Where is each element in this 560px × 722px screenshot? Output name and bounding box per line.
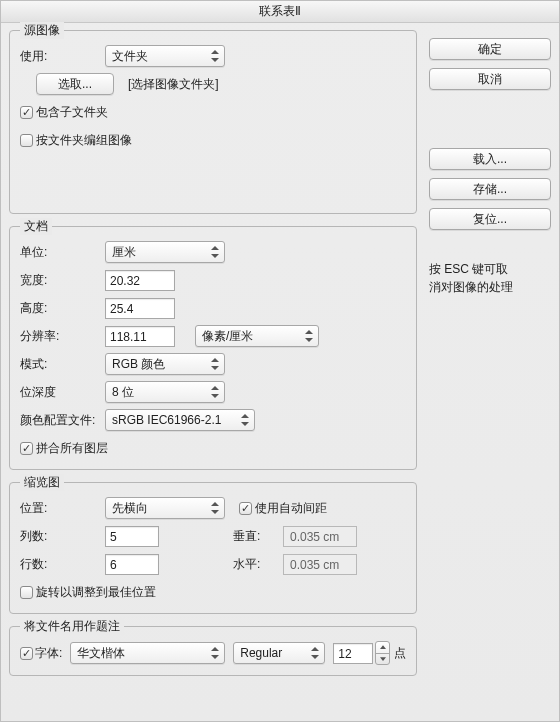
chevron-up-down-icon [210, 358, 220, 370]
legend-caption: 将文件名用作题注 [20, 618, 124, 635]
select-mode[interactable]: RGB 颜色 [105, 353, 225, 375]
stepper-down[interactable] [376, 653, 389, 665]
checkbox-icon [20, 442, 33, 455]
legend-document: 文档 [20, 218, 52, 235]
reset-button[interactable]: 复位... [429, 208, 551, 230]
checkbox-group-by-folder[interactable]: 按文件夹编组图像 [20, 132, 132, 149]
chevron-up-down-icon [210, 502, 220, 514]
ok-button[interactable]: 确定 [429, 38, 551, 60]
chevron-up-down-icon [310, 647, 320, 659]
input-font-size[interactable]: 12 [333, 643, 373, 664]
input-height[interactable]: 25.4 [105, 298, 175, 319]
label-horizontal: 水平: [233, 556, 283, 573]
checkbox-icon [20, 134, 33, 147]
chevron-up-down-icon [304, 330, 314, 342]
chevron-up-down-icon [210, 246, 220, 258]
checkbox-include-subfolders[interactable]: 包含子文件夹 [20, 104, 108, 121]
legend-source: 源图像 [20, 22, 64, 39]
chevron-up-down-icon [240, 414, 250, 426]
checkbox-icon [20, 647, 33, 660]
select-placement[interactable]: 先横向 [105, 497, 225, 519]
select-profile[interactable]: sRGB IEC61966-2.1 [105, 409, 255, 431]
input-rows[interactable]: 6 [105, 554, 159, 575]
label-height: 高度: [20, 300, 105, 317]
label-profile: 颜色配置文件: [20, 412, 105, 429]
chevron-up-down-icon [210, 386, 220, 398]
esc-hint: 按 ESC 键可取 消对图像的处理 [429, 260, 551, 296]
checkbox-auto-spacing[interactable]: 使用自动间距 [239, 500, 327, 517]
stepper-up[interactable] [376, 642, 389, 653]
select-use[interactable]: 文件夹 [105, 45, 225, 67]
select-resolution-unit[interactable]: 像素/厘米 [195, 325, 319, 347]
chevron-up-down-icon [210, 647, 220, 659]
readout-vertical: 0.035 cm [283, 526, 357, 547]
select-font-style[interactable]: Regular [233, 642, 325, 664]
dialog-window: 联系表Ⅱ 源图像 使用: 文件夹 选取... [选择图像文件夹] [0, 0, 560, 722]
cancel-button[interactable]: 取消 [429, 68, 551, 90]
label-rows: 行数: [20, 556, 105, 573]
checkbox-icon [20, 586, 33, 599]
group-caption: 将文件名用作题注 字体: 华文楷体 Regular 12 [9, 626, 417, 676]
readout-horizontal: 0.035 cm [283, 554, 357, 575]
chevron-up-down-icon [210, 50, 220, 62]
label-placement: 位置: [20, 500, 105, 517]
checkbox-flatten[interactable]: 拼合所有图层 [20, 440, 108, 457]
browse-hint: [选择图像文件夹] [128, 76, 219, 93]
select-bitdepth[interactable]: 8 位 [105, 381, 225, 403]
checkbox-icon [20, 106, 33, 119]
load-button[interactable]: 载入... [429, 148, 551, 170]
label-unit: 单位: [20, 244, 105, 261]
group-source-images: 源图像 使用: 文件夹 选取... [选择图像文件夹] [9, 30, 417, 214]
label-mode: 模式: [20, 356, 105, 373]
stepper-font-size[interactable] [375, 641, 390, 665]
store-button[interactable]: 存储... [429, 178, 551, 200]
input-width[interactable]: 20.32 [105, 270, 175, 291]
label-points: 点 [394, 645, 406, 662]
label-bitdepth: 位深度 [20, 384, 105, 401]
checkbox-rotate-best-fit[interactable]: 旋转以调整到最佳位置 [20, 584, 156, 601]
label-vertical: 垂直: [233, 528, 283, 545]
select-unit[interactable]: 厘米 [105, 241, 225, 263]
group-document: 文档 单位: 厘米 宽度: 20.32 高度: 25.4 [9, 226, 417, 470]
input-columns[interactable]: 5 [105, 526, 159, 547]
label-width: 宽度: [20, 272, 105, 289]
label-font: 字体: [35, 645, 70, 662]
label-resolution: 分辨率: [20, 328, 105, 345]
input-resolution[interactable]: 118.11 [105, 326, 175, 347]
window-title: 联系表Ⅱ [1, 1, 559, 23]
legend-thumbnails: 缩览图 [20, 474, 64, 491]
label-use: 使用: [20, 48, 105, 65]
checkbox-caption-enable[interactable] [20, 647, 33, 660]
group-thumbnails: 缩览图 位置: 先横向 使用自动间距 列数: 5 垂 [9, 482, 417, 614]
browse-button[interactable]: 选取... [36, 73, 114, 95]
checkbox-icon [239, 502, 252, 515]
select-font[interactable]: 华文楷体 [70, 642, 226, 664]
label-columns: 列数: [20, 528, 105, 545]
